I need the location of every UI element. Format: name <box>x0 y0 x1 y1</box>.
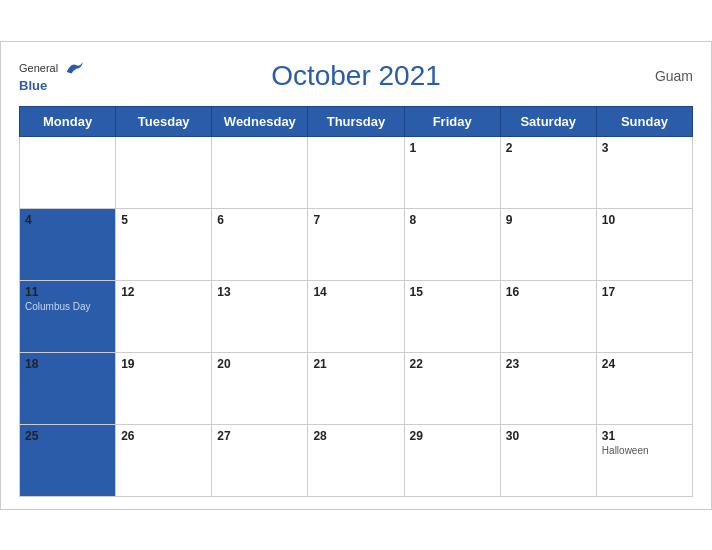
calendar-cell-1-4 <box>308 136 404 208</box>
day-number-22: 22 <box>410 357 495 371</box>
calendar-cell-4-7: 24 <box>596 352 692 424</box>
day-number-8: 8 <box>410 213 495 227</box>
day-number-11: 11 <box>25 285 110 299</box>
day-number-30: 30 <box>506 429 591 443</box>
header-wednesday: Wednesday <box>212 106 308 136</box>
calendar-cell-5-6: 30 <box>500 424 596 496</box>
day-number-12: 12 <box>121 285 206 299</box>
calendar-cell-4-4: 21 <box>308 352 404 424</box>
event-label: Columbus Day <box>25 301 110 312</box>
calendar-cell-5-5: 29 <box>404 424 500 496</box>
day-number-6: 6 <box>217 213 302 227</box>
day-number-24: 24 <box>602 357 687 371</box>
day-number-3: 3 <box>602 141 687 155</box>
calendar-cell-3-3: 13 <box>212 280 308 352</box>
day-number-2: 2 <box>506 141 591 155</box>
day-number-19: 19 <box>121 357 206 371</box>
day-number-25: 25 <box>25 429 110 443</box>
calendar-header: General Blue October 2021 Guam <box>19 60 693 92</box>
calendar-cell-4-2: 19 <box>116 352 212 424</box>
header-thursday: Thursday <box>308 106 404 136</box>
header-saturday: Saturday <box>500 106 596 136</box>
calendar-cell-2-4: 7 <box>308 208 404 280</box>
calendar-cell-3-1: 11Columbus Day <box>20 280 116 352</box>
day-number-9: 9 <box>506 213 591 227</box>
calendar-cell-1-1 <box>20 136 116 208</box>
calendar-cell-4-5: 22 <box>404 352 500 424</box>
day-number-15: 15 <box>410 285 495 299</box>
day-number-16: 16 <box>506 285 591 299</box>
calendar-cell-1-6: 2 <box>500 136 596 208</box>
day-number-20: 20 <box>217 357 302 371</box>
weekday-header-row: Monday Tuesday Wednesday Thursday Friday… <box>20 106 693 136</box>
week-row-1: 123 <box>20 136 693 208</box>
day-number-5: 5 <box>121 213 206 227</box>
calendar-cell-1-7: 3 <box>596 136 692 208</box>
day-number-1: 1 <box>410 141 495 155</box>
calendar-cell-4-3: 20 <box>212 352 308 424</box>
day-number-17: 17 <box>602 285 687 299</box>
calendar-cell-5-1: 25 <box>20 424 116 496</box>
week-row-2: 45678910 <box>20 208 693 280</box>
month-title: October 2021 <box>271 60 441 92</box>
day-number-27: 27 <box>217 429 302 443</box>
day-number-21: 21 <box>313 357 398 371</box>
calendar-cell-2-7: 10 <box>596 208 692 280</box>
header-monday: Monday <box>20 106 116 136</box>
calendar-cell-1-3 <box>212 136 308 208</box>
region-label: Guam <box>655 68 693 84</box>
logo-blue-text: Blue <box>19 78 47 93</box>
day-number-23: 23 <box>506 357 591 371</box>
logo: General Blue <box>19 58 83 94</box>
calendar-cell-5-4: 28 <box>308 424 404 496</box>
day-number-13: 13 <box>217 285 302 299</box>
calendar-cell-1-2 <box>116 136 212 208</box>
day-number-14: 14 <box>313 285 398 299</box>
week-row-5: 25262728293031Halloween <box>20 424 693 496</box>
calendar-cell-5-7: 31Halloween <box>596 424 692 496</box>
calendar-cell-3-6: 16 <box>500 280 596 352</box>
logo-area: General Blue <box>19 58 83 94</box>
day-number-18: 18 <box>25 357 110 371</box>
calendar-cell-2-1: 4 <box>20 208 116 280</box>
calendar-cell-4-6: 23 <box>500 352 596 424</box>
calendar-cell-3-4: 14 <box>308 280 404 352</box>
calendar-cell-3-5: 15 <box>404 280 500 352</box>
calendar-cell-5-2: 26 <box>116 424 212 496</box>
week-row-4: 18192021222324 <box>20 352 693 424</box>
day-number-29: 29 <box>410 429 495 443</box>
day-number-26: 26 <box>121 429 206 443</box>
logo-bird-icon <box>65 60 83 74</box>
calendar-cell-1-5: 1 <box>404 136 500 208</box>
calendar-table: Monday Tuesday Wednesday Thursday Friday… <box>19 106 693 497</box>
calendar-cell-3-2: 12 <box>116 280 212 352</box>
day-number-28: 28 <box>313 429 398 443</box>
calendar-cell-3-7: 17 <box>596 280 692 352</box>
calendar-cell-2-2: 5 <box>116 208 212 280</box>
calendar-cell-4-1: 18 <box>20 352 116 424</box>
day-number-4: 4 <box>25 213 110 227</box>
header-friday: Friday <box>404 106 500 136</box>
calendar-container: General Blue October 2021 Guam Monday Tu… <box>0 41 712 510</box>
logo-general-text: General <box>19 62 58 74</box>
calendar-cell-2-3: 6 <box>212 208 308 280</box>
calendar-cell-2-6: 9 <box>500 208 596 280</box>
day-number-10: 10 <box>602 213 687 227</box>
day-number-7: 7 <box>313 213 398 227</box>
calendar-cell-2-5: 8 <box>404 208 500 280</box>
header-tuesday: Tuesday <box>116 106 212 136</box>
week-row-3: 11Columbus Day121314151617 <box>20 280 693 352</box>
calendar-body: 1234567891011Columbus Day121314151617181… <box>20 136 693 496</box>
calendar-cell-5-3: 27 <box>212 424 308 496</box>
day-number-31: 31 <box>602 429 687 443</box>
header-sunday: Sunday <box>596 106 692 136</box>
event-label: Halloween <box>602 445 687 456</box>
